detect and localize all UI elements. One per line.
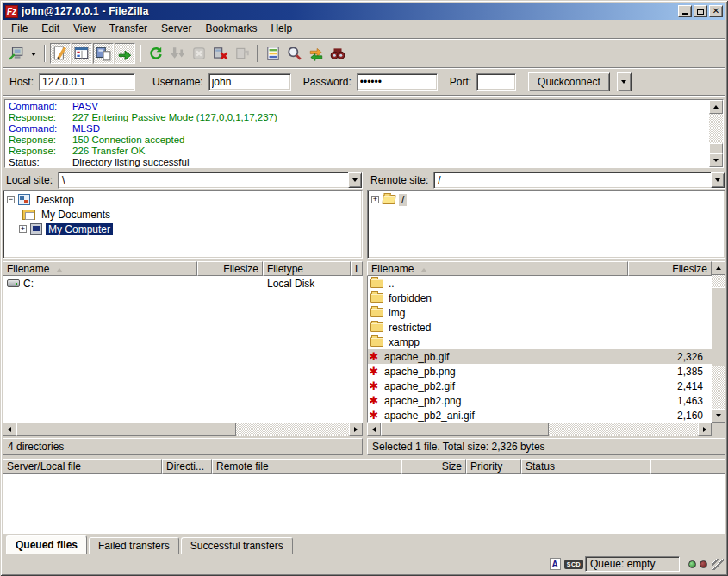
app-icon[interactable]: Fz bbox=[5, 5, 18, 18]
scrollbar-track[interactable] bbox=[236, 423, 349, 436]
tab-failed-transfers[interactable]: Failed transfers bbox=[89, 537, 179, 554]
scroll-down-button[interactable] bbox=[709, 153, 723, 167]
remote-file-row[interactable]: forbidden bbox=[368, 291, 712, 305]
speed-limit-indicator[interactable]: SCD bbox=[566, 557, 582, 571]
remote-file-row[interactable]: ✱apache_pb2.png1,463 bbox=[368, 393, 712, 408]
column-status[interactable]: Status bbox=[521, 459, 650, 474]
tree-item-root[interactable]: + / bbox=[368, 192, 725, 207]
menu-help[interactable]: Help bbox=[264, 21, 299, 36]
scrollbar-thumb[interactable] bbox=[381, 423, 549, 436]
toggle-transfer-queue-button[interactable] bbox=[115, 43, 135, 64]
column-size[interactable]: Size bbox=[401, 459, 466, 474]
column-last-modified[interactable]: L bbox=[351, 261, 363, 276]
tree-item-my-computer[interactable]: + My Computer bbox=[3, 222, 362, 236]
remote-site-combo[interactable]: / bbox=[433, 172, 725, 189]
toggle-message-log-button[interactable] bbox=[50, 43, 71, 64]
process-queue-button[interactable] bbox=[167, 43, 188, 64]
scroll-left-button[interactable] bbox=[3, 423, 16, 436]
column-direction[interactable]: Directi... bbox=[162, 459, 212, 474]
reconnect-button[interactable] bbox=[232, 43, 252, 64]
remote-horizontal-scrollbar[interactable] bbox=[367, 423, 712, 436]
log-scrollbar[interactable] bbox=[709, 100, 723, 167]
transfer-type-indicator[interactable]: A bbox=[547, 557, 563, 571]
column-filename[interactable]: Filename bbox=[367, 261, 628, 276]
scroll-down-button[interactable] bbox=[712, 409, 725, 423]
minimize-button[interactable] bbox=[678, 5, 692, 17]
scroll-up-button[interactable] bbox=[712, 261, 725, 275]
maximize-button[interactable] bbox=[694, 5, 707, 17]
column-filetype[interactable]: Filetype bbox=[263, 261, 351, 276]
queue-list[interactable] bbox=[3, 474, 725, 534]
local-site-dropdown[interactable] bbox=[348, 172, 362, 188]
tree-label[interactable]: My Documents bbox=[39, 209, 113, 221]
scrollbar-thumb[interactable] bbox=[709, 143, 723, 153]
menu-bookmarks[interactable]: Bookmarks bbox=[198, 21, 264, 36]
username-input[interactable] bbox=[208, 73, 291, 91]
menu-view[interactable]: View bbox=[66, 21, 103, 36]
scroll-left-button[interactable] bbox=[367, 423, 381, 436]
local-site-value[interactable]: \ bbox=[59, 172, 348, 188]
column-filesize[interactable]: Filesize bbox=[628, 261, 712, 276]
remote-site-dropdown[interactable] bbox=[711, 172, 725, 188]
column-filename[interactable]: Filename bbox=[3, 261, 197, 276]
remote-site-value[interactable]: / bbox=[434, 172, 711, 188]
local-file-row[interactable]: C: Local Disk bbox=[3, 276, 362, 291]
column-server-local-file[interactable]: Server/Local file bbox=[3, 459, 162, 474]
tab-successful-transfers[interactable]: Successful transfers bbox=[181, 537, 293, 554]
remote-file-row-selected[interactable]: ✱apache_pb.gif2,326 bbox=[368, 349, 712, 364]
close-button[interactable]: ✕ bbox=[709, 5, 723, 17]
scrollbar-thumb[interactable] bbox=[712, 287, 725, 366]
collapse-icon[interactable]: − bbox=[7, 196, 15, 203]
quickconnect-dropdown[interactable] bbox=[617, 72, 632, 91]
tree-label[interactable]: My Computer bbox=[46, 223, 113, 235]
remote-file-row[interactable]: restricted bbox=[368, 320, 712, 335]
synchronized-browsing-button[interactable] bbox=[306, 43, 327, 64]
scroll-right-button[interactable] bbox=[698, 423, 712, 436]
site-manager-button[interactable] bbox=[6, 43, 27, 64]
quickconnect-button[interactable]: Quickconnect bbox=[528, 72, 610, 91]
remote-file-row[interactable]: ✱apache_pb2.gif2,414 bbox=[368, 379, 712, 393]
local-site-combo[interactable]: \ bbox=[58, 172, 363, 189]
menu-file[interactable]: File bbox=[4, 21, 34, 36]
column-remote-file[interactable]: Remote file bbox=[212, 459, 401, 474]
scroll-up-button[interactable] bbox=[709, 100, 723, 114]
expand-icon[interactable]: + bbox=[371, 196, 379, 203]
remote-file-row[interactable]: .. bbox=[368, 276, 712, 291]
password-input[interactable] bbox=[357, 73, 438, 91]
column-filesize[interactable]: Filesize bbox=[197, 261, 263, 276]
menu-edit[interactable]: Edit bbox=[34, 21, 66, 36]
toggle-remote-tree-button[interactable] bbox=[93, 43, 114, 64]
scrollbar-track[interactable] bbox=[709, 114, 723, 143]
toggle-local-tree-button[interactable] bbox=[72, 43, 92, 64]
refresh-button[interactable] bbox=[146, 43, 166, 64]
host-input[interactable] bbox=[39, 73, 135, 91]
remote-vertical-scrollbar[interactable] bbox=[712, 261, 725, 423]
scroll-right-button[interactable] bbox=[349, 423, 363, 436]
menu-transfer[interactable]: Transfer bbox=[103, 21, 154, 36]
tab-queued-files[interactable]: Queued files bbox=[6, 535, 87, 554]
cancel-operation-button[interactable] bbox=[189, 43, 209, 64]
title-bar[interactable]: Fz john@127.0.0.1 - FileZilla ✕ bbox=[3, 3, 725, 20]
remote-file-row[interactable]: xampp bbox=[368, 335, 712, 349]
directory-comparison-button[interactable] bbox=[284, 43, 305, 64]
local-horizontal-scrollbar[interactable] bbox=[3, 423, 363, 436]
tree-label[interactable]: / bbox=[399, 194, 407, 206]
scrollbar-track[interactable] bbox=[549, 423, 698, 436]
remote-file-row[interactable]: ✱apache_pb.png1,385 bbox=[368, 364, 712, 379]
scrollbar-track[interactable] bbox=[712, 275, 725, 287]
scrollbar-thumb[interactable] bbox=[16, 423, 236, 436]
column-priority[interactable]: Priority bbox=[466, 459, 521, 474]
tree-item-my-documents[interactable]: My Documents bbox=[3, 207, 362, 222]
remote-file-row[interactable]: ✱apache_pb2_ani.gif2,160 bbox=[368, 408, 712, 423]
tree-item-desktop[interactable]: − Desktop bbox=[3, 192, 362, 207]
tree-label[interactable]: Desktop bbox=[34, 194, 77, 206]
remote-file-row[interactable]: img bbox=[368, 305, 712, 320]
resize-grip[interactable] bbox=[712, 559, 724, 570]
find-files-button[interactable] bbox=[327, 43, 348, 64]
disconnect-button[interactable] bbox=[210, 43, 231, 64]
directory-filters-button[interactable] bbox=[263, 43, 283, 64]
port-input[interactable] bbox=[476, 73, 516, 91]
site-manager-dropdown[interactable] bbox=[28, 43, 40, 64]
menu-server[interactable]: Server bbox=[154, 21, 198, 36]
expand-icon[interactable]: + bbox=[19, 225, 27, 233]
